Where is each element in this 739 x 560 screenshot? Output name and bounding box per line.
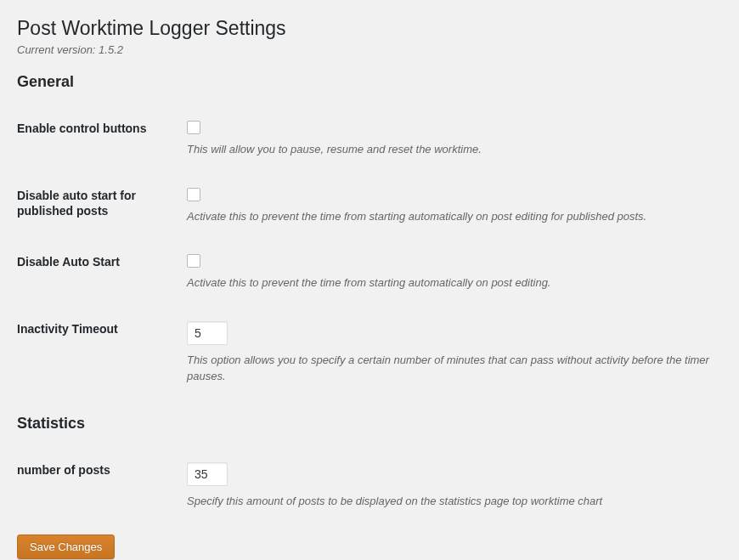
disable-auto-start-label: Disable Auto Start (17, 241, 187, 308)
version-label: Current version: 1.5.2 (17, 43, 722, 56)
inactivity-timeout-description: This option allows you to specify a cert… (187, 352, 714, 385)
number-of-posts-label: number of posts (17, 450, 187, 527)
disable-auto-start-published-label: Disable auto start for published posts (17, 175, 187, 242)
disable-auto-start-description: Activate this to prevent the time from s… (187, 274, 714, 291)
enable-control-buttons-description: This will allow you to pause, resume and… (187, 141, 714, 158)
disable-auto-start-checkbox[interactable] (187, 254, 200, 268)
section-heading-statistics: Statistics (17, 415, 722, 433)
number-of-posts-input[interactable] (187, 462, 228, 486)
inactivity-timeout-input[interactable] (187, 321, 228, 345)
disable-auto-start-published-description: Activate this to prevent the time from s… (187, 208, 714, 225)
inactivity-timeout-label: Inactivity Timeout (17, 308, 187, 402)
section-heading-general: General (17, 73, 722, 91)
disable-auto-start-published-checkbox[interactable] (187, 188, 200, 201)
number-of-posts-description: Specify this amount of posts to be displ… (187, 493, 714, 510)
enable-control-buttons-label: Enable control buttons (17, 108, 187, 175)
general-settings-table: Enable control buttons This will allow y… (17, 108, 722, 402)
statistics-settings-table: number of posts Specify this amount of p… (17, 450, 722, 527)
page-title: Post Worktime Logger Settings (17, 17, 722, 40)
enable-control-buttons-checkbox[interactable] (187, 121, 200, 134)
save-changes-button[interactable]: Save Changes (17, 535, 115, 559)
